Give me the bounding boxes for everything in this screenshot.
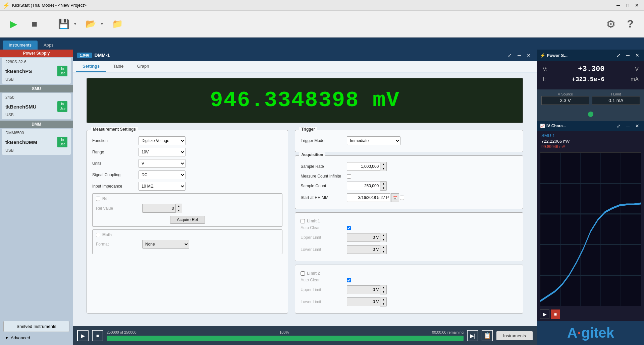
sample-rate-down-button[interactable]: ▼ — [380, 166, 386, 171]
start-at-input-group: 📅 — [347, 193, 404, 202]
v-source-input[interactable] — [541, 96, 589, 105]
tab-settings[interactable]: Settings — [76, 61, 106, 72]
display-area-top: Front 946.3348398 mV — [87, 78, 523, 123]
nav-tab-instruments[interactable]: Instruments — [3, 41, 38, 50]
input-impedance-select[interactable]: 10 MΩ — [139, 182, 185, 191]
run-button[interactable]: ▶ — [5, 16, 22, 32]
power-supply-card[interactable]: 2280S-32-6 tkBenchPS InUse USB — [2, 58, 71, 84]
status-play-button[interactable]: ▶ — [77, 330, 89, 341]
limit2-lower-down-button[interactable]: ▼ — [380, 302, 386, 306]
start-at-enable-checkbox[interactable] — [400, 196, 404, 200]
nav-tab-apps[interactable]: Apps — [38, 41, 60, 50]
rel-value-input[interactable] — [142, 204, 176, 213]
close-button[interactable]: ✕ — [633, 1, 641, 9]
settings-button[interactable]: ⚙ — [602, 16, 619, 32]
smu-card[interactable]: 2450 tkBenchSMU InUse USB — [2, 93, 71, 119]
rel-value-down-button[interactable]: ▼ — [176, 208, 182, 213]
limit1-lower-up-button[interactable]: ▲ — [380, 245, 386, 250]
open-button[interactable]: 📂 — [82, 16, 99, 32]
ps-status-indicator — [588, 112, 593, 117]
save-dropdown-button[interactable]: ▼ — [72, 16, 78, 32]
status-log-button[interactable]: 📋 — [482, 330, 493, 341]
limit1-upper-up-button[interactable]: ▲ — [380, 233, 386, 237]
measurement-value: 946.3348398 mV — [101, 88, 509, 113]
open-dropdown-button[interactable]: ▼ — [99, 16, 105, 32]
ps-minimize-button[interactable]: ─ — [624, 51, 632, 59]
iv-minimize-button[interactable]: ─ — [624, 122, 632, 130]
limit2-checkbox[interactable] — [301, 271, 305, 276]
signal-coupling-select[interactable]: DC — [139, 170, 185, 179]
help-button[interactable]: ? — [622, 16, 639, 32]
save-group: 💾 ▼ — [55, 16, 78, 32]
limit1-upper-down-button[interactable]: ▼ — [380, 237, 386, 242]
stop-button[interactable]: ■ — [26, 16, 43, 32]
limit1-upper-input-group: ▲ ▼ — [347, 233, 387, 242]
limit2-autoclear-checkbox[interactable] — [347, 278, 351, 282]
limit2-upper-up-button[interactable]: ▲ — [380, 285, 386, 290]
limit1-checkbox[interactable] — [301, 219, 305, 223]
iv-close-button[interactable]: ✕ — [633, 122, 641, 130]
limit2-upper-down-button[interactable]: ▼ — [380, 290, 386, 294]
sidebar-footer: Shelved Instruments ▼ Advanced — [0, 318, 73, 345]
panel-badge: 1.946 — [77, 53, 92, 58]
ps-close-button[interactable]: ✕ — [633, 51, 641, 59]
limit1-upper-input[interactable] — [347, 233, 380, 242]
minimize-button[interactable]: ─ — [614, 1, 623, 9]
limit2-lower-up-button[interactable]: ▲ — [380, 297, 386, 302]
iv-chart-controls: ▶ ■ — [537, 307, 644, 321]
iv-stop-button[interactable]: ■ — [551, 309, 560, 319]
limit2-lower-input[interactable] — [347, 297, 380, 306]
measure-count-infinite-checkbox[interactable] — [347, 174, 351, 179]
status-stop-button[interactable]: ■ — [92, 330, 103, 341]
panel-minimize-button[interactable]: ─ — [515, 51, 523, 59]
tab-table[interactable]: Table — [106, 61, 130, 72]
format-select[interactable]: None — [142, 240, 189, 249]
current-reading-row: I: +323.5e-6 mA — [543, 76, 639, 83]
dmm-header: DMM — [0, 121, 73, 128]
limit1-autoclear-checkbox[interactable] — [347, 226, 351, 230]
center-content: 1.946 DMM-1 ⤢ ─ ✕ Settings Table Graph F… — [73, 50, 537, 345]
maximize-button[interactable]: □ — [623, 1, 632, 9]
i-limit-input[interactable] — [592, 96, 640, 105]
iv-chart-controls-header: ⤢ ─ ✕ — [614, 122, 641, 130]
progress-remaining-label: 00:00:00 remaining — [432, 330, 464, 334]
open-group: 📂 ▼ — [82, 16, 105, 32]
units-select[interactable]: V — [139, 159, 185, 168]
trigger-mode-select[interactable]: Immediate — [347, 136, 400, 145]
sample-count-down-button[interactable]: ▼ — [380, 186, 386, 190]
limit1-lower-input[interactable] — [347, 245, 380, 254]
instruments-panel-button[interactable]: Instruments — [496, 331, 533, 340]
sample-rate-up-button[interactable]: ▲ — [380, 162, 386, 166]
range-select[interactable]: 10V — [139, 148, 185, 156]
start-at-calendar-button[interactable]: 📅 — [391, 193, 399, 202]
advanced-button[interactable]: ▼ Advanced — [3, 334, 69, 342]
acquire-rel-button[interactable]: Acquire Rel — [170, 216, 205, 224]
ps-expand-button[interactable]: ⤢ — [614, 51, 623, 59]
new-button[interactable]: 📁 — [109, 16, 126, 32]
sample-count-input[interactable] — [347, 182, 380, 190]
limit1-lower-down-button[interactable]: ▼ — [380, 250, 386, 254]
start-at-input[interactable] — [347, 193, 390, 202]
rel-value-up-button[interactable]: ▲ — [176, 204, 182, 208]
save-button[interactable]: 💾 — [55, 16, 72, 32]
math-checkbox[interactable] — [96, 233, 100, 237]
limit1-lower-row: Lower Limit ▲ ▼ — [301, 245, 518, 254]
limit2-lower-row: Lower Limit ▲ ▼ — [301, 297, 518, 306]
range-label: Range — [92, 150, 136, 154]
panel-expand-button[interactable]: ⤢ — [506, 51, 514, 59]
tab-graph[interactable]: Graph — [130, 61, 156, 72]
agitek-logo-area: A·gitek — [537, 321, 644, 345]
iv-play-button[interactable]: ▶ — [540, 309, 549, 319]
status-skip-button[interactable]: ▶| — [467, 330, 478, 341]
sample-count-up-button[interactable]: ▲ — [380, 182, 386, 186]
app-icon: ⚡ — [3, 2, 10, 9]
ps-panel-controls: ⤢ ─ ✕ — [614, 51, 641, 59]
rel-checkbox[interactable] — [96, 197, 100, 201]
sample-rate-input[interactable] — [347, 162, 380, 171]
shelved-instruments-button[interactable]: Shelved Instruments — [3, 321, 69, 332]
panel-close-button[interactable]: ✕ — [525, 51, 533, 59]
dmm-card[interactable]: DMM6500 tkBenchDMM InUse USB — [2, 129, 71, 155]
limit2-upper-input[interactable] — [347, 285, 380, 294]
function-select[interactable]: Digitize Voltage — [139, 136, 185, 145]
iv-expand-button[interactable]: ⤢ — [614, 122, 623, 130]
